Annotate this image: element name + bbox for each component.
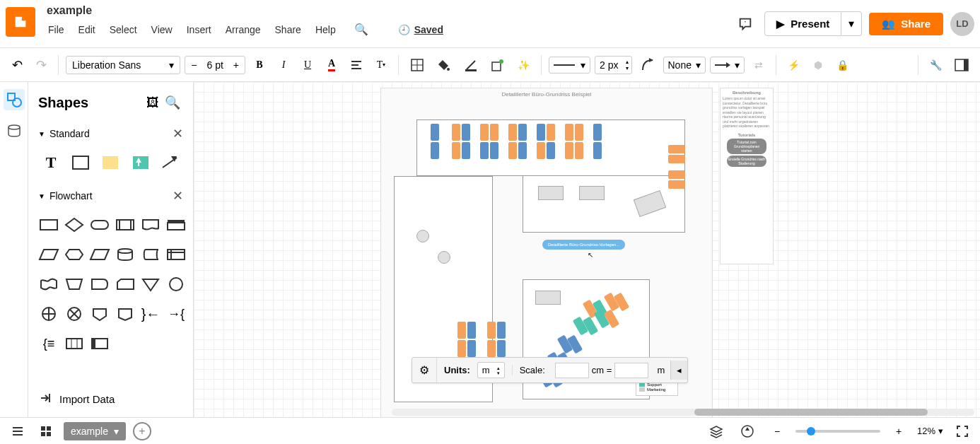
page-tab[interactable]: example ▾ xyxy=(64,422,126,440)
shape-hexagon[interactable] xyxy=(64,242,85,267)
image-icon[interactable]: 🖼 xyxy=(144,93,162,113)
zoom-percent[interactable]: 12% ▾ xyxy=(917,426,943,436)
menu-view[interactable]: View xyxy=(150,20,174,40)
zoom-slider-thumb[interactable] xyxy=(807,427,815,436)
line-curve-button[interactable] xyxy=(636,55,659,75)
units-collapse-button[interactable]: ◂ xyxy=(670,361,687,380)
shape-brace-open[interactable]: {≡ xyxy=(38,331,59,356)
zoom-slider[interactable] xyxy=(795,430,880,433)
undo-button[interactable]: ↶ xyxy=(7,55,27,75)
comment-icon[interactable]: " xyxy=(733,12,757,36)
save-status[interactable]: 🕘 Saved xyxy=(398,24,443,35)
font-family-select[interactable]: Liberation Sans▾ xyxy=(66,56,180,74)
scale-input-right[interactable] xyxy=(614,363,648,378)
find-icon[interactable]: 🔍 xyxy=(353,18,370,40)
shape-parallelogram[interactable] xyxy=(89,242,110,267)
align-button[interactable] xyxy=(346,55,367,75)
shape-table[interactable] xyxy=(64,331,85,356)
canvas[interactable]: Detaillierter Büro-Grundriss Beispiel xyxy=(194,82,980,417)
shape-database[interactable] xyxy=(115,242,136,267)
present-button[interactable]: ▶ Present xyxy=(764,11,841,36)
font-size-decrease[interactable]: − xyxy=(185,57,202,74)
redo-button[interactable]: ↷ xyxy=(31,55,51,75)
data-tool[interactable] xyxy=(4,120,25,141)
shape-arrow[interactable] xyxy=(158,150,183,175)
endpoint-start-select[interactable]: None ▾ xyxy=(663,57,706,74)
layers-icon[interactable] xyxy=(705,421,728,441)
font-size-value[interactable]: 6 pt xyxy=(202,57,227,74)
shape-offpage2[interactable] xyxy=(115,301,136,327)
shape-rect[interactable] xyxy=(68,150,93,175)
shape-sum[interactable] xyxy=(64,301,85,327)
horizontal-scrollbar[interactable] xyxy=(392,409,974,416)
shape-text[interactable]: T xyxy=(38,150,64,175)
shape-merge[interactable] xyxy=(140,271,161,297)
shape-block[interactable] xyxy=(128,150,153,175)
shape-document[interactable] xyxy=(140,212,161,238)
category-flowchart[interactable]: ▼ Flowchart ✕ xyxy=(28,182,193,209)
menu-help[interactable]: Help xyxy=(314,20,337,40)
zoom-in-button[interactable]: + xyxy=(889,421,909,441)
magic-button[interactable]: ✨ xyxy=(513,55,534,75)
shape-delay[interactable] xyxy=(89,271,110,297)
wrench-button[interactable]: 🔧 xyxy=(926,55,946,75)
swap-endpoints-button[interactable]: ⇄ xyxy=(749,55,769,75)
search-icon[interactable]: 🔍 xyxy=(162,92,183,113)
tutorial-button-2[interactable]: Erstelle Grundriss nach Skalierung xyxy=(727,156,766,167)
close-icon[interactable]: ✕ xyxy=(173,126,183,141)
shape-stored-data[interactable] xyxy=(140,242,161,267)
shape-data[interactable] xyxy=(38,242,59,267)
shape-process[interactable] xyxy=(38,212,59,238)
units-settings-button[interactable]: ⚙ xyxy=(412,358,437,382)
zoom-out-button[interactable]: − xyxy=(767,421,787,441)
menu-file[interactable]: File xyxy=(47,20,66,40)
chevron-down-icon[interactable]: ▾ xyxy=(114,426,119,437)
list-view-icon[interactable] xyxy=(7,421,28,441)
tutorial-button-1[interactable]: Tutorial zum Grundrissplanen starten xyxy=(727,139,766,154)
shape-brace-mid[interactable]: →{ xyxy=(165,301,187,327)
units-select[interactable]: m ▴▾ xyxy=(477,362,505,378)
menu-select[interactable]: Select xyxy=(108,20,139,40)
grid-view-icon[interactable] xyxy=(35,421,57,441)
shape-connector[interactable] xyxy=(165,271,187,297)
shape-tape[interactable] xyxy=(38,271,59,297)
menu-insert[interactable]: Insert xyxy=(185,20,213,40)
italic-button[interactable]: I xyxy=(274,55,293,75)
scale-input-left[interactable] xyxy=(555,363,589,378)
menu-share[interactable]: Share xyxy=(274,20,303,40)
shapes-tool[interactable] xyxy=(4,89,25,110)
menu-edit[interactable]: Edit xyxy=(77,20,97,40)
shape-swimlane[interactable] xyxy=(89,331,110,356)
bold-button[interactable]: B xyxy=(250,55,269,75)
present-dropdown[interactable]: ▾ xyxy=(841,11,862,36)
shape-display[interactable] xyxy=(165,212,187,238)
shape-card[interactable] xyxy=(115,271,136,297)
scrollbar-thumb[interactable] xyxy=(694,409,928,416)
category-standard[interactable]: ▼ Standard ✕ xyxy=(28,120,193,147)
user-avatar[interactable]: LD xyxy=(950,12,974,36)
line-color-button[interactable] xyxy=(460,55,482,75)
underline-button[interactable]: U xyxy=(298,55,317,75)
shape-or[interactable] xyxy=(38,301,59,327)
shape-manual[interactable] xyxy=(64,271,85,297)
canvas-callout[interactable]: Detaillierte Büro-Grundriss-Vorlagen... xyxy=(542,240,625,250)
line-width-down[interactable]: ▾ xyxy=(626,65,629,71)
shape-decision[interactable] xyxy=(64,212,85,238)
app-logo[interactable] xyxy=(6,7,35,37)
lock-button[interactable]: 🔒 xyxy=(832,55,853,75)
shape-predefined[interactable] xyxy=(115,212,136,238)
text-color-button[interactable]: A xyxy=(322,55,342,75)
shape-offpage[interactable] xyxy=(89,301,110,327)
line-style-select[interactable]: ▾ xyxy=(549,57,590,74)
flash-button[interactable]: ⚡ xyxy=(783,55,804,75)
line-width-up[interactable]: ▴ xyxy=(626,59,629,65)
text-options-button[interactable]: T▾ xyxy=(371,55,391,75)
target-icon[interactable] xyxy=(736,421,759,441)
line-width-value[interactable]: 2 px xyxy=(595,57,622,74)
import-data-button[interactable]: Import Data xyxy=(28,381,193,417)
document-title[interactable]: example xyxy=(47,4,733,17)
close-icon[interactable]: ✕ xyxy=(173,188,183,204)
panel-toggle-button[interactable] xyxy=(950,55,973,75)
shape-internal[interactable] xyxy=(165,242,187,267)
shape-note[interactable] xyxy=(98,150,123,175)
